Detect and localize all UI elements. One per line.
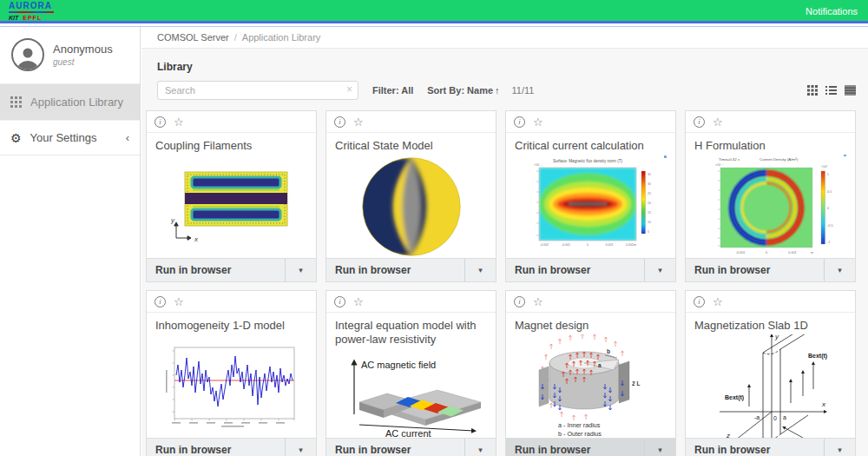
- app-card-magnet-design: i ☆ Magnet design: [505, 290, 676, 456]
- legend-outer-radius: b - Outer radius: [558, 430, 602, 438]
- app-card-critical-current-calculation: i ☆ Critical current calculation: [505, 110, 676, 282]
- run-options-dropdown[interactable]: ▾: [464, 259, 496, 281]
- page-title: Library: [157, 61, 868, 73]
- app-title: Integral equation model with power-law r…: [326, 313, 496, 349]
- cb-tick: 25: [648, 192, 651, 195]
- sidebar-item-your-settings[interactable]: ⚙ Your Settings ‹: [0, 120, 140, 155]
- y-exp-label: ×10⁻⁴: [715, 163, 724, 167]
- app-title: Coupling Filaments: [147, 133, 316, 155]
- run-options-dropdown[interactable]: ▾: [644, 439, 675, 456]
- app-thumbnail: Surface: Magnetic flux density norm (T) …: [506, 155, 675, 258]
- info-icon[interactable]: i: [514, 296, 525, 307]
- favorite-star-icon[interactable]: ☆: [713, 296, 723, 307]
- run-in-browser-button[interactable]: Run in browser ▾: [506, 438, 675, 456]
- run-in-browser-button[interactable]: Run in browser ▾: [326, 258, 496, 281]
- info-icon[interactable]: i: [155, 296, 166, 307]
- info-icon[interactable]: i: [334, 296, 345, 307]
- logo-epfl-text: EPFL: [23, 15, 42, 21]
- filter-control[interactable]: Filter: All: [372, 85, 413, 96]
- info-icon[interactable]: i: [694, 296, 705, 307]
- axis-y-label: y: [170, 216, 175, 224]
- breadcrumb-application-library: Application Library: [242, 32, 321, 43]
- x-tick: -0.001: [735, 251, 745, 254]
- fig-a-label: a: [598, 362, 602, 368]
- y-exp-label: ×10⁻³: [534, 163, 542, 167]
- run-options-dropdown[interactable]: ▾: [644, 259, 675, 281]
- user-role: guest: [53, 57, 113, 67]
- app-thumbnail: [326, 155, 496, 258]
- app-title: Magnetization Slab 1D: [686, 313, 855, 334]
- ac-magnetic-field-label: AC magnetic field: [361, 360, 436, 370]
- app-card-inhomogeneity-1d-model: i ☆ Inhomogeneity 1-D model: [146, 290, 317, 456]
- favorite-star-icon[interactable]: ☆: [353, 296, 364, 307]
- info-icon[interactable]: i: [514, 116, 525, 128]
- run-in-browser-button[interactable]: Run in browser ▾: [686, 438, 855, 456]
- run-options-dropdown[interactable]: ▾: [824, 439, 855, 456]
- favorite-star-icon[interactable]: ☆: [713, 116, 723, 128]
- cb-tick: 35: [648, 173, 651, 176]
- run-options-dropdown[interactable]: ▾: [464, 439, 496, 456]
- app-thumbnail: Time=0.42 s Current Density (A/m²) ×10⁻⁴: [686, 155, 855, 258]
- fig-b-label: b: [607, 348, 610, 354]
- axis-x-label: x: [821, 400, 826, 408]
- run-in-browser-button[interactable]: Run in browser ▾: [326, 438, 496, 456]
- plot-title: Current Density (A/m²): [760, 157, 798, 162]
- sort-label: Sort By: Name: [427, 85, 493, 96]
- a-label: a: [783, 414, 786, 420]
- clear-search-icon[interactable]: ×: [346, 83, 352, 96]
- cb-tick: 0: [827, 207, 829, 210]
- list-view-icon[interactable]: [825, 85, 837, 96]
- run-in-browser-button[interactable]: Run in browser ▾: [147, 438, 316, 456]
- favorite-star-icon[interactable]: ☆: [353, 116, 364, 128]
- top-bar: AURORA KIT EPFL Notifications: [0, 0, 868, 23]
- detail-view-icon[interactable]: [845, 85, 856, 96]
- axis-y-label: y: [774, 334, 779, 340]
- cb-exp-label: ×10⁸: [821, 165, 828, 169]
- search-input[interactable]: [157, 81, 358, 100]
- axis-x-label: x: [194, 235, 199, 243]
- main-content: Library × Filter: All Sort By: Name↑ 11/…: [141, 49, 868, 456]
- app-title: Critical current calculation: [506, 133, 675, 155]
- collapse-chevron-icon[interactable]: ‹: [126, 131, 129, 144]
- avatar: [11, 38, 44, 71]
- run-in-browser-button[interactable]: Run in browser ▾: [147, 258, 316, 281]
- aurora-logo: AURORA KIT EPFL: [9, 2, 54, 21]
- sort-control[interactable]: Sort By: Name↑: [427, 85, 499, 96]
- cb-tick: 5: [648, 230, 649, 234]
- run-options-dropdown[interactable]: ▾: [824, 259, 855, 281]
- info-icon[interactable]: i: [694, 116, 705, 128]
- sidebar: Anonymous guest Application Library ⚙ Yo…: [0, 27, 141, 456]
- grid-view-icon[interactable]: [807, 85, 818, 96]
- cb-tick: 0.5: [827, 190, 832, 194]
- favorite-star-icon[interactable]: ☆: [533, 296, 543, 307]
- x-tick: 0: [765, 251, 766, 254]
- sidebar-item-label: Your Settings: [30, 131, 97, 144]
- gear-icon: ⚙: [10, 132, 22, 144]
- app-thumbnail: y x z -a 0 a Bext(t) Bext(t) HTS slab: [686, 334, 855, 438]
- run-options-dropdown[interactable]: ▾: [285, 439, 316, 456]
- app-thumbnail: b a 2 L a - Inner radius b - Outer radiu…: [506, 334, 675, 438]
- app-thumbnail: AC magnetic field AC current: [326, 349, 496, 439]
- plot-title: Surface: Magnetic flux density norm (T): [552, 159, 622, 163]
- breadcrumb-comsol-server[interactable]: COMSOL Server: [157, 32, 229, 43]
- app-title: Inhomogeneity 1-D model: [147, 313, 316, 334]
- favorite-star-icon[interactable]: ☆: [174, 116, 184, 128]
- user-name: Anonymous: [53, 43, 113, 56]
- view-mode-switcher: [807, 85, 856, 96]
- zero-label: 0: [773, 415, 777, 421]
- info-icon[interactable]: i: [155, 116, 166, 128]
- run-in-browser-button[interactable]: Run in browser ▾: [686, 258, 855, 281]
- user-block: Anonymous guest: [0, 27, 140, 84]
- favorite-star-icon[interactable]: ☆: [174, 296, 184, 307]
- run-in-browser-button[interactable]: Run in browser ▾: [506, 258, 675, 281]
- person-icon: [15, 43, 41, 69]
- favorite-star-icon[interactable]: ☆: [533, 116, 543, 128]
- legend-inner-radius: a - Inner radius: [558, 421, 601, 429]
- notifications-link[interactable]: Notifications: [806, 6, 858, 17]
- info-icon[interactable]: i: [334, 116, 345, 128]
- app-card-critical-state-model: i ☆ Critical State Model: [326, 110, 496, 282]
- time-label: Time=0.42 s: [719, 157, 740, 162]
- sidebar-item-application-library[interactable]: Application Library: [0, 84, 140, 120]
- run-options-dropdown[interactable]: ▾: [285, 259, 316, 281]
- cb-tick: 30: [648, 182, 651, 186]
